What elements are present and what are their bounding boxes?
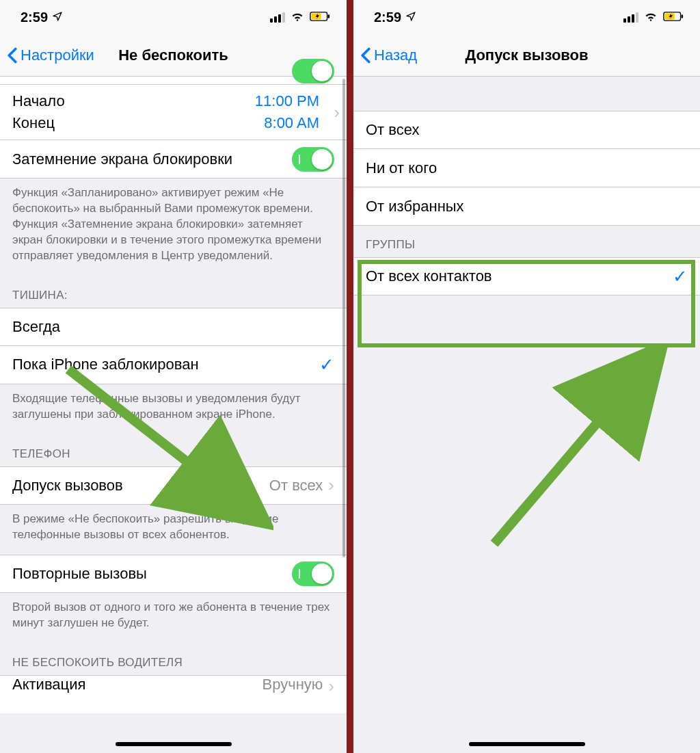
driver-header: НЕ БЕСПОКОИТЬ ВОДИТЕЛЯ (0, 644, 347, 675)
silence-footer: Входящие телефонные вызовы и уведомления… (0, 384, 347, 435)
back-label: Назад (374, 47, 417, 64)
activation-value: Вручную (262, 676, 323, 693)
status-time: 2:59 (21, 10, 48, 25)
allow-calls-value: От всех (269, 477, 323, 494)
svg-line-7 (494, 359, 651, 544)
silence-locked-label: Пока iPhone заблокирован (12, 356, 319, 373)
chevron-right-icon: › (328, 475, 334, 496)
option-label: Ни от кого (366, 159, 688, 177)
annotation-arrow (481, 345, 672, 557)
chevron-left-icon (360, 47, 371, 64)
activation-row[interactable]: Активация Вручную › (0, 675, 347, 713)
silence-locked-row[interactable]: Пока iPhone заблокирован ✓ (0, 346, 347, 384)
status-bar: 2:59 (353, 0, 700, 34)
location-icon (405, 10, 416, 25)
back-button[interactable]: Настройки (7, 47, 94, 64)
chevron-left-icon (7, 47, 18, 64)
end-label: Конец (12, 114, 55, 132)
option-label: От всех контактов (366, 267, 673, 285)
cellular-icon (623, 12, 638, 23)
option-no-one[interactable]: Ни от кого (353, 149, 700, 187)
scheduled-row-partial[interactable] (0, 77, 347, 85)
phone-header: ТЕЛЕФОН (0, 435, 347, 466)
option-everyone[interactable]: От всех (353, 111, 700, 149)
silence-always-label: Всегда (12, 318, 334, 336)
option-favorites[interactable]: От избранных (353, 187, 700, 226)
nav-bar: Назад Допуск вызовов (353, 34, 700, 77)
back-button[interactable]: Назад (360, 47, 417, 64)
repeated-calls-row[interactable]: Повторные вызовы (0, 555, 347, 593)
groups-header: ГРУППЫ (353, 226, 700, 257)
silence-always-row[interactable]: Всегда (0, 308, 347, 346)
repeated-toggle[interactable] (292, 562, 334, 586)
chevron-right-icon: › (334, 102, 340, 123)
wifi-icon (291, 10, 304, 25)
screenshot-divider (347, 0, 353, 753)
option-label: От избранных (366, 198, 688, 215)
location-icon (52, 10, 63, 25)
battery-icon (663, 10, 684, 25)
repeated-label: Повторные вызовы (12, 565, 292, 583)
checkmark-icon: ✓ (673, 266, 688, 287)
start-value: 11:00 PM (255, 92, 319, 110)
home-indicator[interactable] (469, 742, 585, 746)
silence-header: ТИШИНА: (0, 276, 347, 308)
dim-lock-toggle[interactable] (292, 147, 334, 172)
dim-lock-label: Затемнение экрана блокировки (12, 150, 292, 168)
allow-calls-row[interactable]: Допуск вызовов От всех › (0, 466, 347, 505)
scheduled-footer: Функция «Запланировано» активирует режим… (0, 179, 347, 276)
scheduled-toggle[interactable] (292, 59, 334, 83)
option-all-contacts[interactable]: От всех контактов ✓ (353, 257, 700, 295)
right-screen: 2:59 Назад Допуск вызовов (353, 0, 700, 753)
battery-icon (310, 10, 330, 25)
dim-lock-row[interactable]: Затемнение экрана блокировки (0, 140, 347, 179)
wifi-icon (644, 10, 658, 25)
activation-label: Активация (12, 676, 262, 693)
allow-calls-footer: В режиме «Не беспокоить» разрешить входя… (0, 505, 347, 555)
left-screen: 2:59 Настройки Не беспокоить (0, 0, 347, 753)
chevron-right-icon: › (328, 676, 334, 697)
checkmark-icon: ✓ (319, 354, 334, 375)
option-label: От всех (366, 121, 688, 139)
home-indicator[interactable] (116, 742, 232, 746)
status-bar: 2:59 (0, 0, 347, 34)
allow-calls-label: Допуск вызовов (12, 477, 269, 494)
repeated-footer: Второй вызов от одного и того же абонент… (0, 593, 347, 644)
back-label: Настройки (21, 47, 94, 64)
schedule-time-row[interactable]: Начало 11:00 PM Конец 8:00 AM › (0, 85, 347, 140)
page-title: Допуск вызовов (465, 47, 588, 64)
page-title: Не беспокоить (118, 47, 228, 64)
cellular-icon (270, 12, 285, 23)
start-label: Начало (12, 92, 65, 110)
end-value: 8:00 AM (264, 114, 319, 132)
svg-rect-6 (681, 14, 683, 18)
svg-rect-2 (327, 14, 329, 18)
scrollbar[interactable] (342, 79, 345, 557)
status-time: 2:59 (374, 10, 401, 25)
